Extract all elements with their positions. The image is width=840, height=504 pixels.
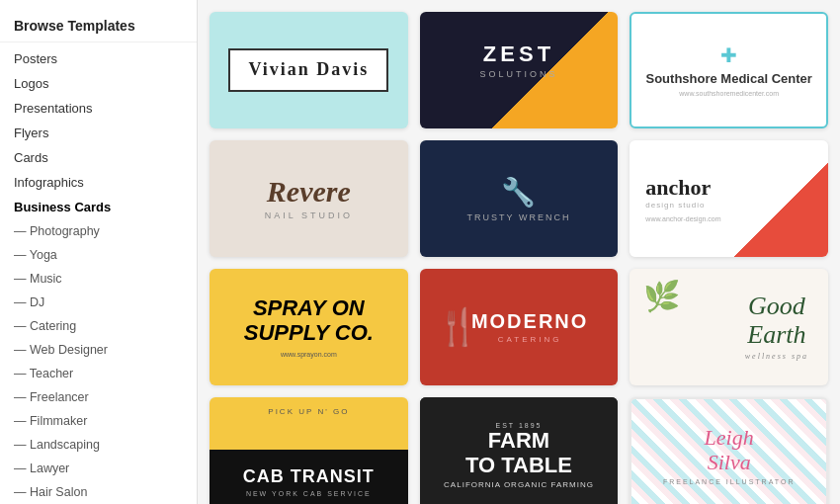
- card-9-sub: wellness spa: [745, 353, 808, 362]
- sidebar-item-yoga[interactable]: — Yoga: [0, 243, 197, 267]
- card-10-stripe: CAB TRANSIT NEW YORK CAB SERVICE: [210, 450, 408, 504]
- card-8-content: MODERNO CATERING: [471, 310, 588, 344]
- card-good-earth[interactable]: 🌿 GoodEarth wellness spa: [630, 269, 828, 385]
- card-10-name: CAB TRANSIT: [243, 466, 375, 487]
- sidebar-item-infographics[interactable]: Infographics: [0, 170, 197, 195]
- card-6-content: anchor design studio www.anchor-design.c…: [645, 175, 720, 222]
- sidebar-item-presentations[interactable]: Presentations: [0, 96, 197, 121]
- card-7-content: SPRAY ONSUPPLY CO. www.sprayon.com: [244, 296, 374, 357]
- card-6-sub: design studio: [645, 201, 720, 210]
- sidebar-item-logos[interactable]: Logos: [0, 71, 197, 96]
- card-1-content: Vivian Davis: [228, 48, 388, 92]
- card-zest[interactable]: ZEST SOLUTIONS: [420, 12, 619, 128]
- card-2-name: ZEST: [483, 42, 554, 67]
- sidebar-item-posters[interactable]: Posters: [0, 46, 197, 71]
- sidebar-item-catering[interactable]: — Catering: [0, 314, 197, 338]
- card-revere[interactable]: Revere NAIL STUDIO: [210, 140, 408, 257]
- sidebar-item-teacher[interactable]: — Teacher: [0, 362, 197, 385]
- sidebar: Browse Templates Posters Logos Presentat…: [0, 0, 198, 504]
- card-11-sub: CALIFORNIA ORGANIC FARMING: [444, 480, 594, 489]
- medical-icon: ✚: [646, 43, 812, 67]
- card-8-sub: CATERING: [471, 335, 588, 344]
- browse-templates-header[interactable]: Browse Templates: [0, 10, 197, 42]
- card-5-name: TRUSTY WRENCH: [467, 212, 571, 222]
- card-3-content: ✚ Southshore Medical Center www.southsho…: [646, 43, 812, 97]
- card-3-sub: www.southshoremedicenter.com: [646, 90, 812, 97]
- sidebar-item-landscaping[interactable]: — Landscaping: [0, 433, 197, 457]
- card-12-content: LeighSilva FREELANCE ILLUSTRATOR: [631, 399, 826, 504]
- card-moderno[interactable]: 🍴 MODERNO CATERING: [420, 269, 619, 385]
- sidebar-item-dj[interactable]: — DJ: [0, 291, 197, 314]
- card-7-web: www.sprayon.com: [244, 351, 374, 358]
- card-anchor[interactable]: anchor design studio www.anchor-design.c…: [630, 140, 828, 257]
- card-10-top: PICK UP N' GO: [268, 407, 349, 416]
- card-3-name: Southshore Medical Center: [646, 71, 812, 87]
- wrench-icon: 🔧: [501, 176, 536, 209]
- card-12-name: LeighSilva: [705, 426, 754, 473]
- card-trusty-wrench[interactable]: 🔧 TRUSTY WRENCH: [420, 140, 619, 257]
- sidebar-item-photography[interactable]: — Photography: [0, 219, 197, 243]
- card-leigh-silva[interactable]: LeighSilva FREELANCE ILLUSTRATOR: [630, 397, 828, 504]
- card-vivian-davis[interactable]: Vivian Davis: [210, 12, 408, 128]
- card-2-sub: SOLUTIONS: [479, 69, 557, 79]
- card-9-content: GoodEarth wellness spa: [745, 293, 808, 362]
- card-12-sub: FREELANCE ILLUSTRATOR: [663, 478, 796, 485]
- card-11-name: FARMTO TABLE: [465, 429, 572, 476]
- card-10-sub: NEW YORK CAB SERVICE: [246, 490, 372, 497]
- sidebar-item-flyers[interactable]: Flyers: [0, 121, 197, 145]
- card-4-name: Revere: [265, 177, 353, 207]
- card-8-name: MODERNO: [471, 310, 588, 333]
- template-grid-container: Vivian Davis ZEST SOLUTIONS ✚ Southshore…: [198, 0, 840, 504]
- card-spray-on[interactable]: SPRAY ONSUPPLY CO. www.sprayon.com: [210, 269, 408, 385]
- card-1-name: Vivian Davis: [248, 60, 369, 80]
- sidebar-item-music[interactable]: — Music: [0, 267, 197, 291]
- card-4-content: Revere NAIL STUDIO: [265, 177, 353, 220]
- sidebar-item-business-cards[interactable]: Business Cards: [0, 195, 197, 219]
- card-7-name: SPRAY ONSUPPLY CO.: [244, 296, 374, 344]
- card-6-web: www.anchor-design.com: [645, 215, 720, 222]
- card-cab-transit[interactable]: PICK UP N' GO CAB TRANSIT NEW YORK CAB S…: [210, 397, 408, 504]
- card-farm-table[interactable]: EST 1895 FARMTO TABLE CALIFORNIA ORGANIC…: [420, 397, 619, 504]
- card-6-name: anchor: [645, 175, 720, 201]
- card-southshore[interactable]: ✚ Southshore Medical Center www.southsho…: [630, 12, 828, 128]
- sidebar-item-freelancer[interactable]: — Freelancer: [0, 385, 197, 409]
- sidebar-item-lawyer[interactable]: — Lawyer: [0, 457, 197, 480]
- sidebar-item-filmmaker[interactable]: — Filmmaker: [0, 409, 197, 433]
- sidebar-item-web-designer[interactable]: — Web Designer: [0, 338, 197, 362]
- sidebar-item-cards[interactable]: Cards: [0, 145, 197, 170]
- card-4-sub: NAIL STUDIO: [265, 210, 353, 220]
- template-grid: Vivian Davis ZEST SOLUTIONS ✚ Southshore…: [210, 12, 828, 504]
- sidebar-item-hair-salon[interactable]: — Hair Salon: [0, 480, 197, 504]
- leaf-icon: 🌿: [643, 279, 680, 313]
- card-11-overlay: EST 1895 FARMTO TABLE CALIFORNIA ORGANIC…: [420, 397, 619, 504]
